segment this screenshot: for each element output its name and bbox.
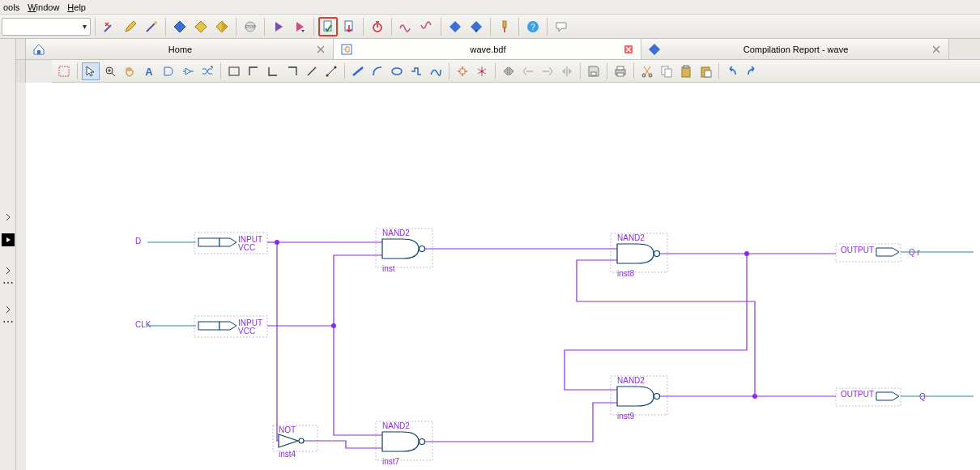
wand-x-icon[interactable] <box>100 17 119 36</box>
close-icon[interactable] <box>623 44 634 55</box>
comment-icon[interactable] <box>552 17 571 36</box>
svg-point-49 <box>420 246 425 252</box>
diamond-down-icon[interactable] <box>467 17 486 36</box>
flip-h-icon[interactable] <box>500 62 518 80</box>
svg-text:STOP: STOP <box>245 24 256 29</box>
stop-icon[interactable]: STOP <box>241 17 260 36</box>
close-icon[interactable] <box>931 44 942 55</box>
sidepanel-arrow-2[interactable] <box>2 264 15 277</box>
diamond-icon <box>648 43 661 56</box>
svg-rect-6 <box>503 21 506 28</box>
gate-D-icon[interactable] <box>160 62 177 80</box>
input-clk[interactable]: CLK INPUT VCC <box>135 316 267 337</box>
menu-help[interactable]: HHelpelp <box>67 2 86 12</box>
svg-point-57 <box>654 251 660 257</box>
hand-icon[interactable] <box>121 62 138 80</box>
play-icon[interactable] <box>269 17 288 36</box>
curve-icon[interactable] <box>427 62 445 80</box>
svg-point-61 <box>654 394 660 400</box>
wire-L-icon[interactable] <box>264 62 282 80</box>
undo-icon[interactable] <box>723 62 741 80</box>
project-dropdown[interactable] <box>2 18 91 36</box>
close-icon[interactable] <box>315 44 326 55</box>
output-q[interactable]: OUTPUT Q <box>836 388 926 406</box>
gate-nand-bl[interactable]: NAND2 inst7 <box>376 421 432 466</box>
target-icon[interactable] <box>454 62 471 80</box>
sidepanel-play-icon[interactable] <box>2 233 15 246</box>
sidepanel-more-icon[interactable]: ⋯ <box>0 279 15 287</box>
tab-label: Compilation Report - wave <box>666 45 926 54</box>
menu-window[interactable]: WWindowindow <box>28 2 59 12</box>
svg-rect-9 <box>37 50 40 54</box>
diamond-yellow1-icon[interactable] <box>191 17 211 36</box>
tab-wave-bdf[interactable]: wave.bdf <box>334 39 641 59</box>
text-A-icon[interactable]: A <box>140 62 158 80</box>
gate-not[interactable]: NOT inst4 <box>273 425 317 459</box>
diamond-yellow2-icon[interactable] <box>212 17 232 36</box>
page-out-icon[interactable] <box>339 17 359 36</box>
tab-compilation-report[interactable]: Compilation Report - wave <box>641 39 949 59</box>
diag-icon[interactable] <box>303 62 321 80</box>
diamond-solid-icon[interactable] <box>445 17 465 36</box>
gate-nand-br[interactable]: NAND2 inst9 <box>611 376 667 421</box>
svg-point-20 <box>481 70 484 72</box>
zoom-plus-icon[interactable] <box>101 62 119 80</box>
gate-nand-tl[interactable]: NAND2 inst <box>376 229 432 273</box>
svg-rect-12 <box>59 66 69 76</box>
copy-icon[interactable] <box>658 62 675 80</box>
schematic: D INPUT VCC CLK INPUT VCC NOT <box>26 83 980 470</box>
waves1-icon[interactable] <box>396 17 415 36</box>
pointer-icon[interactable] <box>82 62 100 80</box>
play-down-icon[interactable] <box>290 17 309 36</box>
redo-icon[interactable] <box>743 62 761 80</box>
rect-sel-icon[interactable] <box>55 62 73 80</box>
svg-rect-21 <box>591 72 596 75</box>
waves2-icon[interactable] <box>417 17 437 36</box>
page-check-icon[interactable] <box>318 17 338 36</box>
save-icon[interactable] <box>585 62 603 80</box>
tab-label: wave.bdf <box>358 45 618 54</box>
schematic-canvas[interactable]: D INPUT VCC CLK INPUT VCC NOT <box>26 83 980 470</box>
pencil-icon[interactable] <box>121 17 140 36</box>
svg-text:?: ? <box>530 23 535 32</box>
cut-icon[interactable] <box>638 62 656 80</box>
paste-icon[interactable] <box>677 62 695 80</box>
timer-icon[interactable] <box>368 17 387 36</box>
buffer-icon[interactable] <box>179 62 197 80</box>
gate-nand-tr[interactable]: NAND2 inst8 <box>611 233 667 278</box>
net-icon[interactable] <box>473 62 491 80</box>
svg-text:NAND2: NAND2 <box>382 421 410 430</box>
diag-dot-icon[interactable] <box>322 62 340 80</box>
corner-tl-icon[interactable] <box>245 62 262 80</box>
svg-text:OUTPUT: OUTPUT <box>841 390 874 399</box>
bus-icon[interactable] <box>198 62 216 80</box>
line-thick-icon[interactable] <box>349 62 367 80</box>
menu-tools[interactable]: ools <box>3 2 19 12</box>
rect-icon[interactable] <box>225 62 243 80</box>
bdf-icon <box>340 43 353 56</box>
sidepanel-more2-icon[interactable]: ⋯ <box>0 318 15 326</box>
poly-icon[interactable] <box>407 62 425 80</box>
probe-icon[interactable] <box>495 17 514 36</box>
sidepanel-arrow-1[interactable] <box>2 211 15 224</box>
svg-point-16 <box>326 74 329 76</box>
align-r-icon[interactable] <box>539 62 556 80</box>
sidepanel-arrow-3[interactable] <box>2 303 15 316</box>
wand-icon[interactable] <box>142 17 161 36</box>
tab-bar: Home wave.bdf Compilation Report - wave <box>0 39 980 60</box>
help-icon[interactable]: ? <box>523 17 543 36</box>
output-qr[interactable]: OUTPUT Q r <box>836 244 921 262</box>
tab-home[interactable]: Home <box>26 39 334 59</box>
diamond-blue-icon[interactable] <box>170 17 190 36</box>
input-d[interactable]: D INPUT VCC <box>135 233 267 254</box>
ellipse-icon[interactable] <box>388 62 406 80</box>
svg-text:NAND2: NAND2 <box>617 376 645 385</box>
mirror-icon[interactable] <box>558 62 576 80</box>
svg-text:CLK: CLK <box>135 320 151 329</box>
paste-sp-icon[interactable] <box>697 62 714 80</box>
wire-7-icon[interactable] <box>283 62 301 80</box>
arc-icon[interactable] <box>369 62 386 80</box>
print-icon[interactable] <box>611 62 629 80</box>
svg-text:inst7: inst7 <box>382 457 400 466</box>
align-l-icon[interactable] <box>519 62 537 80</box>
